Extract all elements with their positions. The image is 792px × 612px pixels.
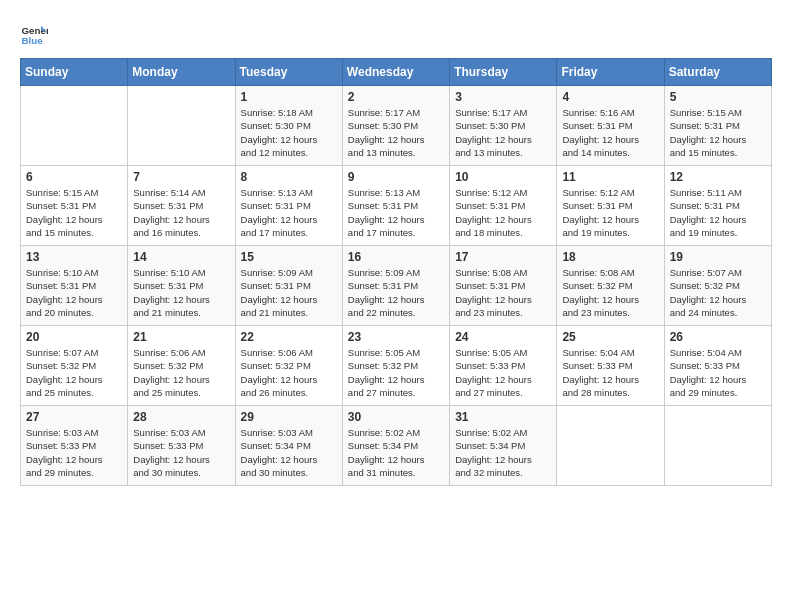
day-info: Sunrise: 5:03 AM Sunset: 5:33 PM Dayligh… [26, 426, 122, 479]
day-info: Sunrise: 5:02 AM Sunset: 5:34 PM Dayligh… [348, 426, 444, 479]
calendar-cell: 25Sunrise: 5:04 AM Sunset: 5:33 PM Dayli… [557, 326, 664, 406]
calendar-cell: 24Sunrise: 5:05 AM Sunset: 5:33 PM Dayli… [450, 326, 557, 406]
day-info: Sunrise: 5:11 AM Sunset: 5:31 PM Dayligh… [670, 186, 766, 239]
column-header-wednesday: Wednesday [342, 59, 449, 86]
calendar-week-3: 13Sunrise: 5:10 AM Sunset: 5:31 PM Dayli… [21, 246, 772, 326]
column-header-thursday: Thursday [450, 59, 557, 86]
day-info: Sunrise: 5:07 AM Sunset: 5:32 PM Dayligh… [670, 266, 766, 319]
calendar-cell: 8Sunrise: 5:13 AM Sunset: 5:31 PM Daylig… [235, 166, 342, 246]
day-info: Sunrise: 5:05 AM Sunset: 5:32 PM Dayligh… [348, 346, 444, 399]
calendar-cell: 18Sunrise: 5:08 AM Sunset: 5:32 PM Dayli… [557, 246, 664, 326]
calendar-cell: 2Sunrise: 5:17 AM Sunset: 5:30 PM Daylig… [342, 86, 449, 166]
day-number: 29 [241, 410, 337, 424]
day-info: Sunrise: 5:18 AM Sunset: 5:30 PM Dayligh… [241, 106, 337, 159]
day-number: 25 [562, 330, 658, 344]
day-info: Sunrise: 5:17 AM Sunset: 5:30 PM Dayligh… [455, 106, 551, 159]
day-info: Sunrise: 5:10 AM Sunset: 5:31 PM Dayligh… [133, 266, 229, 319]
day-info: Sunrise: 5:09 AM Sunset: 5:31 PM Dayligh… [348, 266, 444, 319]
day-info: Sunrise: 5:05 AM Sunset: 5:33 PM Dayligh… [455, 346, 551, 399]
calendar-cell [557, 406, 664, 486]
day-info: Sunrise: 5:09 AM Sunset: 5:31 PM Dayligh… [241, 266, 337, 319]
day-number: 12 [670, 170, 766, 184]
day-number: 28 [133, 410, 229, 424]
day-info: Sunrise: 5:16 AM Sunset: 5:31 PM Dayligh… [562, 106, 658, 159]
calendar-cell: 30Sunrise: 5:02 AM Sunset: 5:34 PM Dayli… [342, 406, 449, 486]
calendar-cell: 4Sunrise: 5:16 AM Sunset: 5:31 PM Daylig… [557, 86, 664, 166]
calendar-cell [21, 86, 128, 166]
column-header-monday: Monday [128, 59, 235, 86]
calendar-table: SundayMondayTuesdayWednesdayThursdayFrid… [20, 58, 772, 486]
day-info: Sunrise: 5:14 AM Sunset: 5:31 PM Dayligh… [133, 186, 229, 239]
calendar-cell: 21Sunrise: 5:06 AM Sunset: 5:32 PM Dayli… [128, 326, 235, 406]
day-info: Sunrise: 5:03 AM Sunset: 5:34 PM Dayligh… [241, 426, 337, 479]
logo-icon: General Blue [20, 20, 48, 48]
calendar-cell: 9Sunrise: 5:13 AM Sunset: 5:31 PM Daylig… [342, 166, 449, 246]
day-number: 18 [562, 250, 658, 264]
calendar-cell: 5Sunrise: 5:15 AM Sunset: 5:31 PM Daylig… [664, 86, 771, 166]
calendar-cell: 17Sunrise: 5:08 AM Sunset: 5:31 PM Dayli… [450, 246, 557, 326]
calendar-cell: 31Sunrise: 5:02 AM Sunset: 5:34 PM Dayli… [450, 406, 557, 486]
calendar-cell: 16Sunrise: 5:09 AM Sunset: 5:31 PM Dayli… [342, 246, 449, 326]
day-number: 1 [241, 90, 337, 104]
day-number: 10 [455, 170, 551, 184]
day-number: 16 [348, 250, 444, 264]
calendar-cell: 23Sunrise: 5:05 AM Sunset: 5:32 PM Dayli… [342, 326, 449, 406]
page-header: General Blue [20, 20, 772, 48]
day-info: Sunrise: 5:02 AM Sunset: 5:34 PM Dayligh… [455, 426, 551, 479]
day-number: 31 [455, 410, 551, 424]
day-info: Sunrise: 5:15 AM Sunset: 5:31 PM Dayligh… [26, 186, 122, 239]
day-number: 17 [455, 250, 551, 264]
day-number: 27 [26, 410, 122, 424]
day-number: 6 [26, 170, 122, 184]
day-number: 21 [133, 330, 229, 344]
day-number: 19 [670, 250, 766, 264]
calendar-cell: 12Sunrise: 5:11 AM Sunset: 5:31 PM Dayli… [664, 166, 771, 246]
calendar-cell: 11Sunrise: 5:12 AM Sunset: 5:31 PM Dayli… [557, 166, 664, 246]
day-number: 30 [348, 410, 444, 424]
day-number: 3 [455, 90, 551, 104]
day-number: 15 [241, 250, 337, 264]
calendar-cell: 10Sunrise: 5:12 AM Sunset: 5:31 PM Dayli… [450, 166, 557, 246]
calendar-cell [128, 86, 235, 166]
calendar-cell: 22Sunrise: 5:06 AM Sunset: 5:32 PM Dayli… [235, 326, 342, 406]
logo: General Blue [20, 20, 52, 48]
calendar-week-4: 20Sunrise: 5:07 AM Sunset: 5:32 PM Dayli… [21, 326, 772, 406]
calendar-cell: 19Sunrise: 5:07 AM Sunset: 5:32 PM Dayli… [664, 246, 771, 326]
calendar-cell: 14Sunrise: 5:10 AM Sunset: 5:31 PM Dayli… [128, 246, 235, 326]
day-number: 9 [348, 170, 444, 184]
column-header-friday: Friday [557, 59, 664, 86]
day-number: 5 [670, 90, 766, 104]
day-number: 20 [26, 330, 122, 344]
calendar-cell: 6Sunrise: 5:15 AM Sunset: 5:31 PM Daylig… [21, 166, 128, 246]
day-info: Sunrise: 5:17 AM Sunset: 5:30 PM Dayligh… [348, 106, 444, 159]
calendar-cell: 1Sunrise: 5:18 AM Sunset: 5:30 PM Daylig… [235, 86, 342, 166]
day-info: Sunrise: 5:03 AM Sunset: 5:33 PM Dayligh… [133, 426, 229, 479]
day-info: Sunrise: 5:04 AM Sunset: 5:33 PM Dayligh… [670, 346, 766, 399]
day-number: 26 [670, 330, 766, 344]
header-row: SundayMondayTuesdayWednesdayThursdayFrid… [21, 59, 772, 86]
calendar-cell: 26Sunrise: 5:04 AM Sunset: 5:33 PM Dayli… [664, 326, 771, 406]
column-header-tuesday: Tuesday [235, 59, 342, 86]
day-info: Sunrise: 5:12 AM Sunset: 5:31 PM Dayligh… [562, 186, 658, 239]
day-info: Sunrise: 5:07 AM Sunset: 5:32 PM Dayligh… [26, 346, 122, 399]
day-number: 11 [562, 170, 658, 184]
day-info: Sunrise: 5:06 AM Sunset: 5:32 PM Dayligh… [241, 346, 337, 399]
calendar-cell: 28Sunrise: 5:03 AM Sunset: 5:33 PM Dayli… [128, 406, 235, 486]
calendar-cell: 27Sunrise: 5:03 AM Sunset: 5:33 PM Dayli… [21, 406, 128, 486]
day-info: Sunrise: 5:04 AM Sunset: 5:33 PM Dayligh… [562, 346, 658, 399]
svg-text:Blue: Blue [21, 35, 43, 46]
calendar-cell [664, 406, 771, 486]
day-info: Sunrise: 5:13 AM Sunset: 5:31 PM Dayligh… [348, 186, 444, 239]
day-info: Sunrise: 5:15 AM Sunset: 5:31 PM Dayligh… [670, 106, 766, 159]
column-header-saturday: Saturday [664, 59, 771, 86]
day-number: 8 [241, 170, 337, 184]
calendar-week-2: 6Sunrise: 5:15 AM Sunset: 5:31 PM Daylig… [21, 166, 772, 246]
calendar-cell: 20Sunrise: 5:07 AM Sunset: 5:32 PM Dayli… [21, 326, 128, 406]
day-number: 23 [348, 330, 444, 344]
day-number: 22 [241, 330, 337, 344]
day-info: Sunrise: 5:13 AM Sunset: 5:31 PM Dayligh… [241, 186, 337, 239]
day-info: Sunrise: 5:06 AM Sunset: 5:32 PM Dayligh… [133, 346, 229, 399]
day-number: 13 [26, 250, 122, 264]
calendar-cell: 7Sunrise: 5:14 AM Sunset: 5:31 PM Daylig… [128, 166, 235, 246]
day-info: Sunrise: 5:08 AM Sunset: 5:32 PM Dayligh… [562, 266, 658, 319]
